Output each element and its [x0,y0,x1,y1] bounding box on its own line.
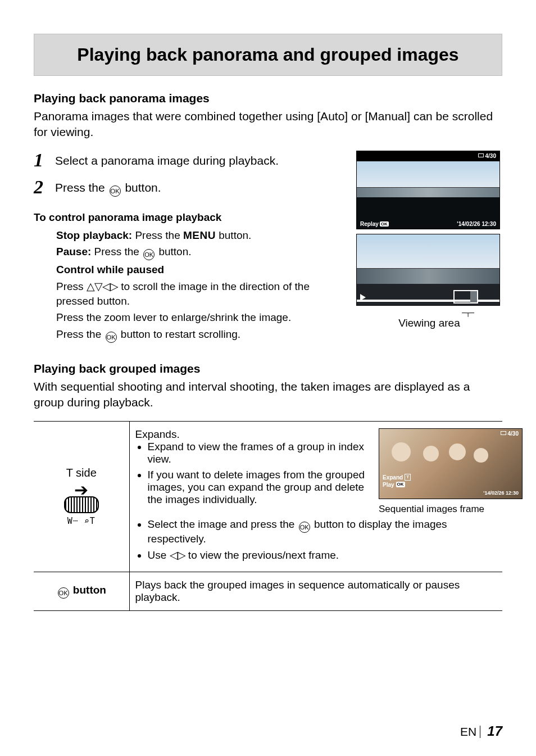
heading-control-playback: To control panorama image playback [34,211,343,224]
ok-button-icon: OK [106,332,117,343]
arrow-right-icon: ➔ [64,485,99,495]
heading-panorama: Playing back panorama images [34,92,502,105]
step-1-text: Select a panorama image during playback. [55,151,279,169]
ok-button-icon: OK [110,185,121,197]
intro-grouped: With sequential shooting and interval sh… [34,379,502,411]
panorama-playback-thumbnail: 4/30 ReplayOK '14/02/26 12:30 [356,151,500,229]
ok-badge-icon: OK [380,221,389,227]
dpad-icon: △▽◁▷ [87,280,118,292]
left-right-icon: ◁▷ [170,549,185,561]
ok-button-icon: OK [58,587,69,599]
group-icon [501,431,506,435]
heading-grouped: Playing back grouped images [34,362,502,375]
intro-panorama: Panorama images that were combined toget… [34,108,502,141]
control-details: Stop playback: Press the MENU button. Pa… [56,228,343,343]
ok-button-icon: OK [299,522,310,533]
section-panorama: Playing back panorama images Panorama im… [34,92,502,345]
sequential-images-thumbnail: 4/30 ExpandT PlayOK '14/02/26 12:30 [379,428,523,499]
ok-badge-icon: OK [396,482,405,487]
section-grouped: Playing back grouped images With sequent… [34,362,502,611]
t-badge-icon: T [405,474,411,481]
cell-t-side-desc: Expands. Expand to view the frames of a … [129,421,502,572]
cell-ok-button: OK button [34,572,129,610]
panorama-icon [478,153,484,157]
sequential-caption: Sequential images frame [379,504,497,515]
grouped-controls-table: T side ➔ W┄ ⌕T Expands. Expand to view t… [34,421,502,611]
page-footer: EN17 [460,723,502,739]
panorama-viewing-thumbnail [356,234,500,306]
step-2-text: Press the OK button. [55,178,161,197]
callout-line: ─┬─ [356,310,474,316]
page-title: Playing back panorama and grouped images [43,44,493,65]
cell-t-side: T side ➔ W┄ ⌕T [34,421,129,572]
page-title-bar: Playing back panorama and grouped images [34,34,502,76]
cell-ok-desc: Plays back the grouped images in sequenc… [129,572,502,610]
step-1: 1 Select a panorama image during playbac… [34,151,343,170]
viewing-area-caption: Viewing area [356,317,502,329]
step-number-1: 1 [34,151,48,170]
zoom-lever-icon: ➔ W┄ ⌕T [64,485,99,527]
step-2: 2 Press the OK button. [34,178,343,197]
step-number-2: 2 [34,178,48,197]
menu-button-label: MENU [183,229,216,241]
ok-button-icon: OK [143,249,155,260]
